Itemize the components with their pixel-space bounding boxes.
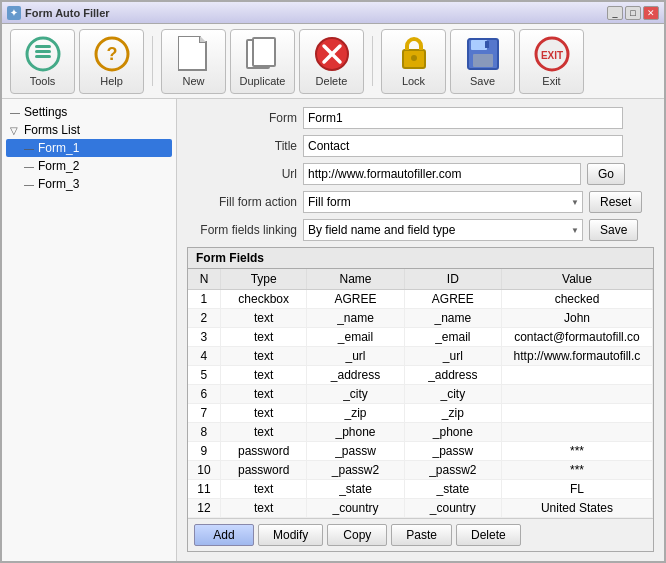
form-name-row: Form (187, 107, 654, 129)
title-field-label: Title (187, 139, 297, 153)
fields-table-container[interactable]: N Type Name ID Value 1checkboxAGREEAGREE… (188, 269, 653, 518)
url-field-label: Url (187, 167, 297, 181)
main-area: — Settings ▽ Forms List — Form_1 — Form_… (2, 99, 664, 561)
cell-value: http://www.formautofill.c (501, 347, 652, 366)
sidebar-item-forms-list[interactable]: ▽ Forms List (6, 121, 172, 139)
cell-type: password (220, 442, 306, 461)
form-fields-header: Form Fields (188, 248, 653, 269)
window-controls: _ □ ✕ (607, 6, 659, 20)
cell-name: _email (307, 328, 404, 347)
title-input[interactable] (303, 135, 623, 157)
fill-form-action-row: Fill form action Fill form Do not fill f… (187, 191, 654, 213)
cell-id: _phone (404, 423, 501, 442)
sidebar-item-form-1[interactable]: — Form_1 (6, 139, 172, 157)
exit-button[interactable]: EXIT Exit (519, 29, 584, 94)
table-row[interactable]: 4text_url_urlhttp://www.formautofill.c (188, 347, 653, 366)
form-fields-linking-select[interactable]: By field name and field type By field na… (303, 219, 583, 241)
table-row[interactable]: 2text_name_nameJohn (188, 309, 653, 328)
close-button[interactable]: ✕ (643, 6, 659, 20)
settings-tree-icon: — (10, 107, 20, 118)
lock-icon (396, 36, 432, 72)
table-row[interactable]: 7text_zip_zip (188, 404, 653, 423)
cell-id: _zip (404, 404, 501, 423)
cell-value: FL (501, 480, 652, 499)
sidebar-item-form-2[interactable]: — Form_2 (6, 157, 172, 175)
minimize-button[interactable]: _ (607, 6, 623, 20)
duplicate-button[interactable]: Duplicate (230, 29, 295, 94)
table-row[interactable]: 8text_phone_phone (188, 423, 653, 442)
cell-n: 12 (188, 499, 220, 518)
table-row[interactable]: 9password_passw_passw*** (188, 442, 653, 461)
svg-rect-18 (485, 41, 489, 48)
cell-n: 11 (188, 480, 220, 499)
save-button[interactable]: Save (450, 29, 515, 94)
cell-id: _name (404, 309, 501, 328)
table-row[interactable]: 1checkboxAGREEAGREEchecked (188, 290, 653, 309)
cell-type: checkbox (220, 290, 306, 309)
sidebar-item-settings[interactable]: — Settings (6, 103, 172, 121)
fill-form-action-select-wrapper: Fill form Do not fill form Auto fill for… (303, 191, 583, 213)
cell-id: _passw2 (404, 461, 501, 480)
cell-value (501, 385, 652, 404)
main-window: ✦ Form Auto Filler _ □ ✕ Tools (0, 0, 666, 563)
cell-n: 9 (188, 442, 220, 461)
content-area: Form Title Url Go Fill form action Fill … (177, 99, 664, 561)
svg-rect-2 (35, 55, 51, 58)
window-title: Form Auto Filler (25, 7, 110, 19)
toolbar: Tools ? Help New (2, 24, 664, 99)
help-icon: ? (94, 36, 130, 72)
maximize-button[interactable]: □ (625, 6, 641, 20)
help-label: Help (100, 75, 123, 87)
cell-n: 10 (188, 461, 220, 480)
tools-button[interactable]: Tools (10, 29, 75, 94)
cell-id: _country (404, 499, 501, 518)
table-row[interactable]: 11text_state_stateFL (188, 480, 653, 499)
sidebar-item-settings-label: Settings (24, 105, 67, 119)
table-row[interactable]: 10password_passw2_passw2*** (188, 461, 653, 480)
table-row[interactable]: 3text_email_emailcontact@formautofill.co (188, 328, 653, 347)
cell-type: text (220, 385, 306, 404)
delete-label: Delete (316, 75, 348, 87)
app-icon: ✦ (7, 6, 21, 20)
cell-n: 1 (188, 290, 220, 309)
add-button[interactable]: Add (194, 524, 254, 546)
lock-button[interactable]: Lock (381, 29, 446, 94)
svg-text:?: ? (106, 44, 117, 64)
table-delete-button[interactable]: Delete (456, 524, 521, 546)
fields-save-button[interactable]: Save (589, 219, 638, 241)
cell-name: _name (307, 309, 404, 328)
new-button[interactable]: New (161, 29, 226, 94)
cell-id: _city (404, 385, 501, 404)
table-row[interactable]: 5text_address_address (188, 366, 653, 385)
duplicate-label: Duplicate (240, 75, 286, 87)
cell-name: _state (307, 480, 404, 499)
fill-form-action-select[interactable]: Fill form Do not fill form Auto fill for… (303, 191, 583, 213)
cell-type: text (220, 499, 306, 518)
form-name-input[interactable] (303, 107, 623, 129)
cell-value: checked (501, 290, 652, 309)
cell-n: 4 (188, 347, 220, 366)
cell-name: _phone (307, 423, 404, 442)
url-input[interactable] (303, 163, 581, 185)
paste-button[interactable]: Paste (391, 524, 452, 546)
go-button[interactable]: Go (587, 163, 625, 185)
cell-n: 7 (188, 404, 220, 423)
help-button[interactable]: ? Help (79, 29, 144, 94)
copy-button[interactable]: Copy (327, 524, 387, 546)
sidebar-item-form-3[interactable]: — Form_3 (6, 175, 172, 193)
svg-text:EXIT: EXIT (540, 50, 562, 61)
delete-button[interactable]: Delete (299, 29, 364, 94)
toolbar-separator-1 (152, 36, 153, 86)
table-row[interactable]: 12text_country_countryUnited States (188, 499, 653, 518)
cell-n: 6 (188, 385, 220, 404)
form-2-tree-icon: — (24, 161, 34, 172)
table-row[interactable]: 6text_city_city (188, 385, 653, 404)
form-fields-linking-select-wrapper: By field name and field type By field na… (303, 219, 583, 241)
modify-button[interactable]: Modify (258, 524, 323, 546)
cell-value: contact@formautofill.co (501, 328, 652, 347)
col-type: Type (220, 269, 306, 290)
cell-value (501, 366, 652, 385)
sidebar: — Settings ▽ Forms List — Form_1 — Form_… (2, 99, 177, 561)
reset-button[interactable]: Reset (589, 191, 642, 213)
form-3-tree-icon: — (24, 179, 34, 190)
